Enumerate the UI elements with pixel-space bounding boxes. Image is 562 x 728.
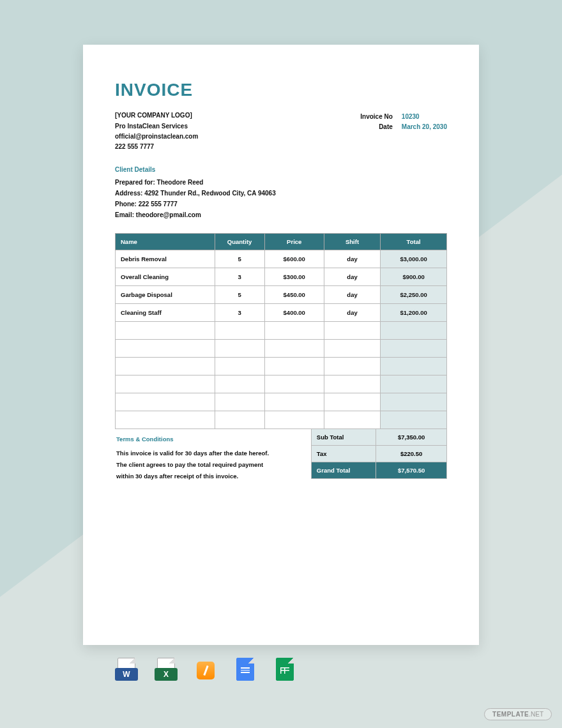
cell-shift: [324, 411, 380, 429]
cell-qty: 3: [215, 304, 264, 322]
cell-price: [264, 375, 324, 393]
cell-name: Overall Cleaning: [116, 268, 215, 286]
line-items-table: Name Quantity Price Shift Total Debris R…: [115, 233, 447, 429]
header-row: [YOUR COMPANY LOGO] Pro InstaClean Servi…: [115, 112, 447, 152]
cell-price: $600.00: [264, 250, 324, 268]
company-logo-placeholder: [YOUR COMPANY LOGO]: [115, 112, 198, 119]
cell-total: [381, 375, 447, 393]
cell-qty: [215, 411, 264, 429]
cell-name: [116, 322, 215, 340]
cell-qty: [215, 375, 264, 393]
excel-icon[interactable]: X: [155, 658, 180, 683]
table-header-row: Name Quantity Price Shift Total: [116, 234, 447, 250]
cell-qty: 3: [215, 268, 264, 286]
client-email: Email: theodore@pmail.com: [115, 209, 447, 220]
company-name: Pro InstaClean Services: [115, 121, 198, 132]
cell-total: $3,000.00: [381, 250, 447, 268]
col-header-name: Name: [116, 234, 215, 250]
cell-name: Garbage Disposal: [116, 286, 215, 304]
table-row: [116, 340, 447, 358]
table-row: [116, 322, 447, 340]
table-row: Debris Removal5$600.00day$3,000.00: [116, 250, 447, 268]
cell-total: [381, 393, 447, 411]
cell-total: [381, 358, 447, 375]
cell-total: [381, 411, 447, 429]
terms-line: This invoice is valid for 30 days after …: [116, 448, 303, 459]
summary-subtotal: Sub Total $7,350.00: [311, 429, 447, 446]
cell-total: $900.00: [381, 268, 447, 286]
cell-price: [264, 358, 324, 375]
terms-line: within 30 days after receipt of this inv…: [116, 471, 303, 482]
col-header-price: Price: [264, 234, 324, 250]
terms-line: The client agrees to pay the total requi…: [116, 459, 303, 471]
cell-shift: day: [324, 250, 380, 268]
client-address: Address: 4292 Thunder Rd., Redwood City,…: [115, 188, 447, 199]
invoice-meta: Invoice No Date 10230 March 20, 2030: [360, 112, 447, 152]
invoice-date-value: March 20, 2030: [402, 122, 447, 132]
cell-total: [381, 322, 447, 340]
cell-total: $1,200.00: [381, 304, 447, 322]
client-heading: Client Details: [115, 166, 447, 173]
footer-row: Terms & Conditions This invoice is valid…: [115, 429, 447, 482]
cell-qty: [215, 340, 264, 358]
terms-heading: Terms & Conditions: [116, 436, 303, 443]
watermark-badge: TEMPLATE.NET: [484, 708, 552, 720]
cell-price: [264, 340, 324, 358]
table-row: [116, 358, 447, 375]
cell-shift: day: [324, 304, 380, 322]
cell-qty: 5: [215, 286, 264, 304]
summary-block: Sub Total $7,350.00 Tax $220.50 Grand To…: [311, 429, 447, 482]
cell-name: Debris Removal: [116, 250, 215, 268]
pages-icon[interactable]: [194, 658, 220, 683]
cell-name: [116, 393, 215, 411]
cell-total: [381, 340, 447, 358]
invoice-no-label: Invoice No: [360, 112, 393, 122]
cell-shift: day: [324, 286, 380, 304]
word-icon[interactable]: W: [115, 658, 140, 683]
col-header-total: Total: [381, 234, 447, 250]
cell-name: [116, 340, 215, 358]
client-phone: Phone: 222 555 7777: [115, 199, 447, 209]
invoice-document: INVOICE [YOUR COMPANY LOGO] Pro InstaCle…: [83, 45, 479, 645]
format-icons-row: W X: [115, 658, 299, 683]
cell-shift: [324, 322, 380, 340]
google-sheets-icon[interactable]: [273, 658, 299, 683]
document-title: INVOICE: [115, 80, 447, 100]
client-details: Client Details Prepared for: Theodore Re…: [115, 166, 447, 220]
cell-qty: [215, 358, 264, 375]
cell-qty: 5: [215, 250, 264, 268]
cell-total: $2,250.00: [381, 286, 447, 304]
cell-price: $300.00: [264, 268, 324, 286]
col-header-qty: Quantity: [215, 234, 264, 250]
table-row: Cleaning Staff3$400.00day$1,200.00: [116, 304, 447, 322]
client-prepared-for: Prepared for: Theodore Reed: [115, 177, 447, 188]
table-row: [116, 393, 447, 411]
cell-name: [116, 411, 215, 429]
cell-price: [264, 411, 324, 429]
cell-shift: [324, 358, 380, 375]
cell-shift: [324, 375, 380, 393]
company-phone: 222 555 7777: [115, 142, 198, 152]
cell-shift: day: [324, 268, 380, 286]
company-block: [YOUR COMPANY LOGO] Pro InstaClean Servi…: [115, 112, 198, 152]
invoice-date-label: Date: [360, 122, 393, 132]
google-docs-icon[interactable]: [234, 658, 259, 683]
cell-name: Cleaning Staff: [116, 304, 215, 322]
table-row: Overall Cleaning3$300.00day$900.00: [116, 268, 447, 286]
cell-price: [264, 393, 324, 411]
cell-price: $450.00: [264, 286, 324, 304]
cell-name: [116, 375, 215, 393]
cell-shift: [324, 340, 380, 358]
invoice-no-value: 10230: [402, 112, 447, 122]
cell-shift: [324, 393, 380, 411]
table-row: [116, 411, 447, 429]
terms-block: Terms & Conditions This invoice is valid…: [115, 429, 311, 482]
table-row: Garbage Disposal5$450.00day$2,250.00: [116, 286, 447, 304]
cell-price: $400.00: [264, 304, 324, 322]
cell-qty: [215, 322, 264, 340]
company-email: official@proinstaclean.com: [115, 132, 198, 142]
summary-grand-total: Grand Total $7,570.50: [311, 462, 447, 479]
cell-name: [116, 358, 215, 375]
col-header-shift: Shift: [324, 234, 380, 250]
cell-price: [264, 322, 324, 340]
